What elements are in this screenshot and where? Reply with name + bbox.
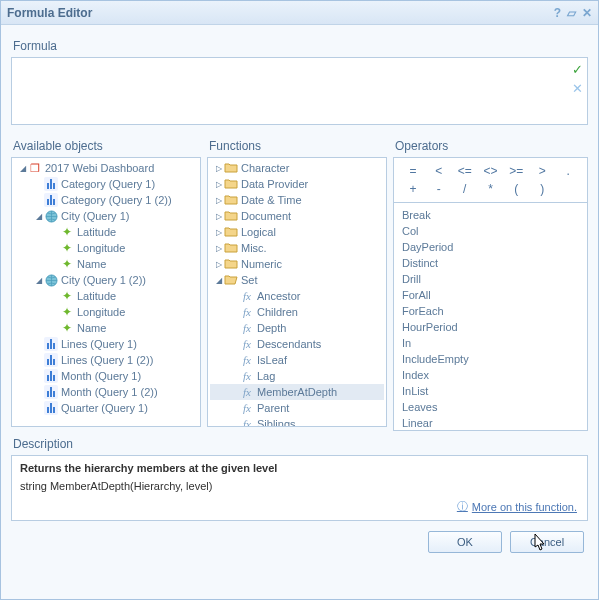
operator-keyword[interactable]: In (398, 335, 583, 351)
function-tree-item[interactable]: ▷Logical (210, 224, 384, 240)
operator-keyword[interactable]: Index (398, 367, 583, 383)
operator-keyword[interactable]: IncludeEmpty (398, 351, 583, 367)
dim-icon (44, 337, 58, 351)
object-tree-item[interactable]: Category (Query 1) (14, 176, 198, 192)
function-tree-item[interactable]: ▷Document (210, 208, 384, 224)
operator-symbol[interactable]: ) (529, 180, 555, 198)
object-tree-item[interactable]: Lines (Query 1) (14, 336, 198, 352)
operator-symbol[interactable]: / (452, 180, 478, 198)
object-item-label: Month (Query 1) (61, 370, 141, 382)
folder-icon (224, 193, 238, 207)
operator-symbol[interactable]: ( (503, 180, 529, 198)
expander-icon[interactable]: ▷ (214, 244, 224, 253)
svg-rect-28 (50, 407, 52, 413)
function-tree-item[interactable]: fxMemberAtDepth (210, 384, 384, 400)
operator-symbol[interactable]: <> (478, 162, 504, 180)
operator-keyword[interactable]: Break (398, 207, 583, 223)
operator-symbol[interactable]: * (478, 180, 504, 198)
operator-keyword[interactable]: InList (398, 383, 583, 399)
object-tree-item[interactable]: ✦Longitude (14, 304, 198, 320)
object-tree-item[interactable]: Category (Query 1 (2)) (14, 192, 198, 208)
folder-icon (224, 209, 238, 223)
object-tree-item[interactable]: Month (Query 1) (14, 368, 198, 384)
function-item-label: MemberAtDepth (257, 386, 337, 398)
operator-symbol[interactable]: > (529, 162, 555, 180)
function-tree-item[interactable]: ▷Character (210, 160, 384, 176)
description-prototype: string MemberAtDepth(Hierarchy, level) (20, 480, 579, 492)
operator-keyword[interactable]: Distinct (398, 255, 583, 271)
function-tree-item[interactable]: ▷Misc. (210, 240, 384, 256)
function-tree-item[interactable]: ▷Date & Time (210, 192, 384, 208)
operator-keyword[interactable]: HourPeriod (398, 319, 583, 335)
svg-rect-11 (47, 343, 49, 349)
functions-list[interactable]: ▷Character▷Data Provider▷Date & Time▷Doc… (207, 157, 387, 427)
function-tree-item[interactable]: fxIsLeaf (210, 352, 384, 368)
object-tree-item[interactable]: ✦Name (14, 256, 198, 272)
function-tree-item[interactable]: fxDescendants (210, 336, 384, 352)
function-item-label: Ancestor (257, 290, 300, 302)
operator-keyword[interactable]: ForAll (398, 287, 583, 303)
operator-symbol[interactable]: <= (452, 162, 478, 180)
expander-icon[interactable]: ◢ (214, 276, 224, 285)
function-tree-item[interactable]: ◢Set (210, 272, 384, 288)
more-on-function-link[interactable]: ⓘ More on this function. (457, 499, 577, 514)
function-tree-item[interactable]: fxChildren (210, 304, 384, 320)
function-tree-item[interactable]: fxLag (210, 368, 384, 384)
operator-symbol[interactable]: - (426, 180, 452, 198)
operator-keyword[interactable]: Linear (398, 415, 583, 431)
help-icon[interactable]: ? (554, 6, 561, 20)
operator-keyword[interactable]: ForEach (398, 303, 583, 319)
object-tree-item[interactable]: ✦Latitude (14, 224, 198, 240)
operator-keyword[interactable]: Leaves (398, 399, 583, 415)
operator-keyword[interactable]: Drill (398, 271, 583, 287)
function-tree-item[interactable]: ▷Data Provider (210, 176, 384, 192)
expander-icon[interactable]: ▷ (214, 196, 224, 205)
function-tree-item[interactable]: fxAncestor (210, 288, 384, 304)
function-tree-item[interactable]: fxSiblings (210, 416, 384, 427)
expander-icon[interactable]: ▷ (214, 260, 224, 269)
object-tree-item[interactable]: ✦Longitude (14, 240, 198, 256)
expander-icon[interactable]: ▷ (214, 180, 224, 189)
operator-symbol[interactable]: < (426, 162, 452, 180)
clear-icon[interactable]: ✕ (572, 81, 583, 96)
object-tree-item[interactable]: ◢❐2017 Webi Dashboard (14, 160, 198, 176)
fx-icon: fx (240, 289, 254, 303)
expander-icon[interactable]: ◢ (34, 212, 44, 221)
cancel-button[interactable]: Cancel (510, 531, 584, 553)
expander-icon[interactable]: ▷ (214, 164, 224, 173)
available-objects-list[interactable]: ◢❐2017 Webi DashboardCategory (Query 1)C… (11, 157, 201, 427)
function-tree-item[interactable]: fxDepth (210, 320, 384, 336)
close-icon[interactable]: ✕ (582, 6, 592, 20)
validate-icon[interactable]: ✓ (572, 62, 583, 77)
formula-editor-dialog: Formula Editor ? ▱ ✕ Formula ✓ ✕ Availab… (0, 0, 599, 600)
object-tree-item[interactable]: ◢City (Query 1) (14, 208, 198, 224)
ok-button[interactable]: OK (428, 531, 502, 553)
operator-symbol[interactable]: + (400, 180, 426, 198)
operator-keyword[interactable]: Col (398, 223, 583, 239)
object-tree-item[interactable]: ✦Name (14, 320, 198, 336)
restore-icon[interactable]: ▱ (567, 6, 576, 20)
svg-rect-7 (53, 199, 55, 205)
dim-icon (44, 353, 58, 367)
operator-symbol[interactable]: >= (503, 162, 529, 180)
expander-icon[interactable]: ◢ (18, 164, 28, 173)
expander-icon[interactable]: ◢ (34, 276, 44, 285)
object-tree-item[interactable]: Month (Query 1 (2)) (14, 384, 198, 400)
function-tree-item[interactable]: ▷Numeric (210, 256, 384, 272)
operator-symbol[interactable]: = (400, 162, 426, 180)
svg-rect-22 (50, 387, 52, 391)
expander-icon[interactable]: ▷ (214, 228, 224, 237)
formula-input[interactable] (12, 58, 565, 124)
function-item-label: Set (241, 274, 258, 286)
function-tree-item[interactable]: fxParent (210, 400, 384, 416)
object-tree-item[interactable]: Quarter (Query 1) (14, 400, 198, 416)
operators-list[interactable]: BreakColDayPeriodDistinctDrillForAllForE… (393, 203, 588, 431)
object-tree-item[interactable]: ◢City (Query 1 (2)) (14, 272, 198, 288)
operator-symbol[interactable]: . (555, 162, 581, 180)
operator-keyword[interactable]: DayPeriod (398, 239, 583, 255)
object-tree-item[interactable]: Lines (Query 1 (2)) (14, 352, 198, 368)
folder-icon (224, 241, 238, 255)
svg-rect-19 (47, 375, 49, 381)
expander-icon[interactable]: ▷ (214, 212, 224, 221)
object-tree-item[interactable]: ✦Latitude (14, 288, 198, 304)
